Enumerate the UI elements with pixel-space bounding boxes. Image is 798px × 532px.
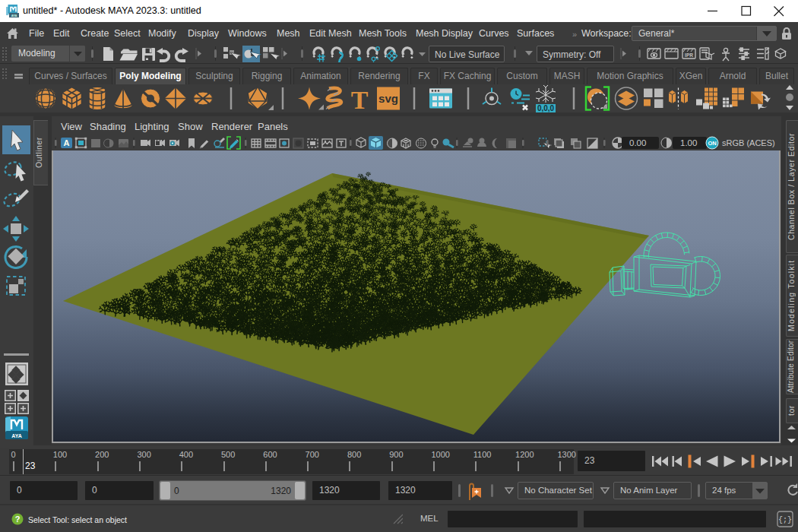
svg-text:1.00: 1.00 (680, 138, 697, 147)
svg-text:T: T (351, 86, 369, 113)
svg-text:svg: svg (378, 92, 398, 105)
svg-text:ON: ON (708, 140, 716, 147)
svg-text:sRGB (ACES): sRGB (ACES) (722, 138, 775, 147)
svg-text:A: A (64, 138, 70, 147)
svg-text:{;}: {;} (778, 516, 792, 524)
svg-text:0,0,0: 0,0,0 (537, 104, 555, 112)
svg-text:AYA: AYA (11, 14, 17, 17)
svg-text:AYA: AYA (11, 433, 22, 439)
svg-text:0.00: 0.00 (629, 138, 646, 147)
svg-text:?: ? (15, 515, 21, 524)
svg-text:IPR: IPR (685, 52, 693, 58)
